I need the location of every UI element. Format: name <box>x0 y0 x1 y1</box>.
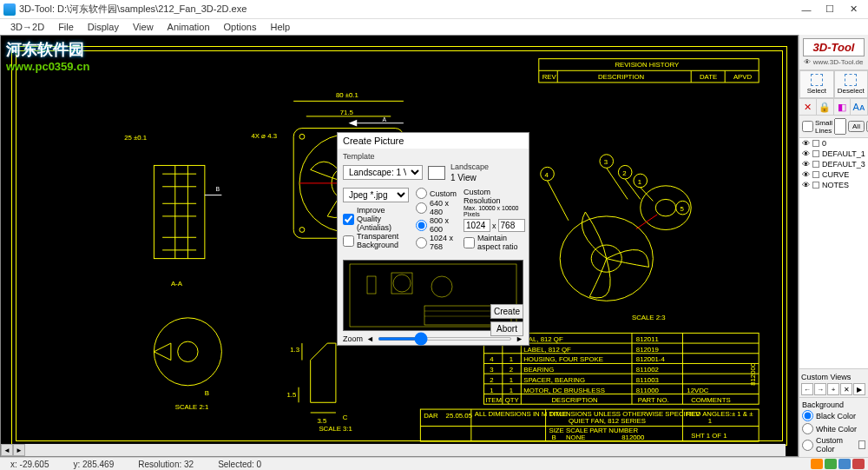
svg-text:SCALE   2:1: SCALE 2:1 <box>175 403 209 411</box>
res-800-radio[interactable]: 800 x 600 <box>416 216 457 234</box>
svg-text:NONE: NONE <box>566 434 585 441</box>
tray-icon[interactable] <box>825 459 837 469</box>
scroll-right-arrow[interactable]: ► <box>13 444 25 456</box>
app-icon <box>3 3 16 16</box>
res-640-radio[interactable]: 640 x 480 <box>416 199 457 216</box>
layer-item[interactable]: 👁DEFAULT_3 <box>799 159 868 169</box>
svg-text:CAL, 812 QF: CAL, 812 QF <box>523 335 563 343</box>
layer-item[interactable]: 👁0 <box>799 138 868 149</box>
svg-text:SPACER, BEARING: SPACER, BEARING <box>523 376 585 384</box>
color-icon[interactable]: ◧ <box>834 99 852 115</box>
svg-text:LABEL, 812 QF: LABEL, 812 QF <box>523 346 571 354</box>
deselect-button[interactable]: Deselect <box>834 70 869 98</box>
svg-text:811000: 811000 <box>636 387 660 394</box>
menu-display[interactable]: Display <box>81 21 126 33</box>
svg-text:1.3: 1.3 <box>290 346 299 354</box>
zoom-slider[interactable] <box>378 337 512 341</box>
custom-res-label: Custom Resolution <box>464 188 525 205</box>
menu-options[interactable]: Options <box>217 21 264 33</box>
layer-list[interactable]: 👁0 👁DEFAULT_1 👁DEFAULT_3 👁CURVE 👁NOTES <box>799 137 868 368</box>
lock-icon[interactable]: 🔒 <box>817 99 834 115</box>
svg-rect-133 <box>367 276 376 294</box>
view-next-icon[interactable]: → <box>814 383 826 395</box>
svg-point-56 <box>655 199 675 215</box>
svg-text:4X ⌀ 4.3: 4X ⌀ 4.3 <box>251 132 277 140</box>
layer-item[interactable]: 👁NOTES <box>799 180 868 190</box>
horizontal-scrollbar[interactable]: ◄ ► <box>1 444 786 456</box>
res-width-input[interactable] <box>464 219 490 232</box>
custom-views-label: Custom Views <box>801 371 866 383</box>
titlebar: 3D-Tool: D:\河东软件园\samples\212_Fan_3D-2D.… <box>0 0 868 19</box>
svg-line-57 <box>636 215 657 229</box>
menu-file[interactable]: File <box>51 21 81 33</box>
maximize-button[interactable]: ☐ <box>819 2 841 17</box>
res-1024-radio[interactable]: 1024 x 768 <box>416 234 457 251</box>
svg-text:2: 2 <box>490 376 493 384</box>
create-picture-dialog: Create Picture Template Landscape: 1 Vie… <box>337 132 529 346</box>
svg-text:B: B <box>216 186 220 192</box>
layer-item[interactable]: 👁CURVE <box>799 169 868 180</box>
svg-text:A: A <box>383 116 387 122</box>
menu-3d-2d[interactable]: 3D→2D <box>3 21 51 33</box>
create-button[interactable]: Create <box>490 304 523 319</box>
svg-text:71.5: 71.5 <box>340 109 353 116</box>
aspect-checkbox[interactable]: Maintain aspect ratio <box>464 234 525 251</box>
template-label: Template <box>343 152 523 161</box>
svg-text:25 ±0.1: 25 ±0.1 <box>124 134 147 142</box>
close-button[interactable]: ✕ <box>842 2 865 17</box>
bg-white-radio[interactable]: White Color <box>802 422 865 435</box>
landscape-value: 1 View <box>450 173 489 182</box>
background-label: Background <box>802 400 865 409</box>
status-x: x: -29.605 <box>3 460 56 469</box>
text-icon[interactable]: Aᴀ <box>851 99 868 115</box>
custom-radio[interactable]: Custom <box>416 188 457 199</box>
svg-text:SCALE   3:1: SCALE 3:1 <box>319 425 352 433</box>
small-lines-value[interactable] <box>834 118 846 135</box>
res-height-input[interactable] <box>498 219 525 232</box>
svg-text:HOUSING, FOUR SPOKE: HOUSING, FOUR SPOKE <box>523 356 603 364</box>
improve-quality-checkbox[interactable]: Improve Quality (Antialias) <box>343 206 409 232</box>
delete-icon[interactable]: ✕ <box>799 99 817 115</box>
scroll-left-arrow[interactable]: ◄ <box>1 444 13 456</box>
view-del-icon[interactable]: ✕ <box>840 383 852 395</box>
layer-item[interactable]: 👁DEFAULT_1 <box>799 149 868 159</box>
select-button[interactable]: Select <box>799 70 834 98</box>
format-select[interactable]: Jpeg *.jpg <box>343 188 409 202</box>
svg-text:TITLE: TITLE <box>549 410 567 418</box>
svg-text:1: 1 <box>638 178 641 186</box>
svg-text:1: 1 <box>510 376 513 384</box>
small-lines-checkbox[interactable] <box>802 121 813 132</box>
zoom-left-arrow[interactable]: ◄ <box>366 334 374 343</box>
menu-view[interactable]: View <box>126 21 161 33</box>
view-add-icon[interactable]: + <box>827 383 839 395</box>
tray-icon[interactable] <box>838 459 851 469</box>
svg-text:QTY: QTY <box>505 396 520 404</box>
svg-text:SHT  1  OF  1: SHT 1 OF 1 <box>691 432 727 440</box>
minimize-button[interactable]: — <box>795 2 818 17</box>
view-prev-icon[interactable]: ← <box>801 383 813 395</box>
bg-black-radio[interactable]: Black Color <box>802 409 865 422</box>
svg-text:812019: 812019 <box>636 346 659 354</box>
svg-text:C: C <box>343 414 348 421</box>
svg-text:1: 1 <box>708 417 712 425</box>
svg-text:4: 4 <box>545 171 549 179</box>
menu-help[interactable]: Help <box>263 21 297 33</box>
svg-text:1: 1 <box>510 356 513 364</box>
menu-animation[interactable]: Animation <box>161 21 217 33</box>
template-select[interactable]: Landscape: 1 View <box>343 165 423 180</box>
side-panel: 3D-Tool 👁 www.3D-Tool.de Select Deselect… <box>799 35 868 457</box>
svg-text:2: 2 <box>510 366 513 374</box>
tray-icon[interactable] <box>811 459 823 469</box>
all-button[interactable]: All <box>848 121 865 132</box>
transparent-bg-checkbox[interactable]: Transparent Background <box>343 232 409 249</box>
view-play-icon[interactable]: ▶ <box>853 383 865 395</box>
svg-text:DESCRIPTION: DESCRIPTION <box>598 73 644 81</box>
svg-point-24 <box>299 134 305 139</box>
svg-text:811002: 811002 <box>636 366 659 374</box>
abort-button[interactable]: Abort <box>490 321 523 336</box>
svg-text:DATE: DATE <box>700 73 717 81</box>
svg-text:12VDC: 12VDC <box>687 387 708 394</box>
bg-custom-radio[interactable]: Custom Color <box>802 435 865 454</box>
tray-icon[interactable] <box>852 459 865 469</box>
svg-text:PART NO.: PART NO. <box>638 396 669 404</box>
